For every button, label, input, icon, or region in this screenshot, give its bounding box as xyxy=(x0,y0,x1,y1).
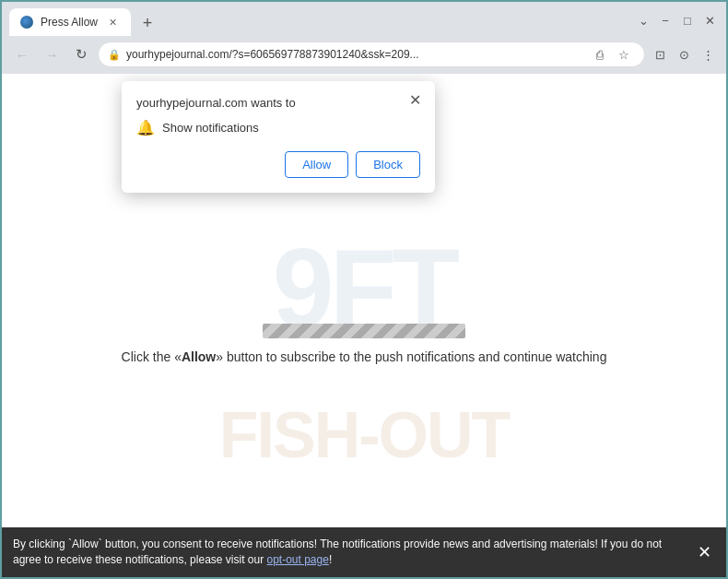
main-text-prefix: Click the « xyxy=(122,349,182,364)
menu-icon[interactable]: ⋮ xyxy=(697,43,719,65)
reload-button[interactable]: ↻ xyxy=(68,41,94,67)
chevron-down-icon[interactable]: ⌄ xyxy=(634,11,652,30)
main-text-bold: Allow xyxy=(182,349,216,364)
consent-close-button[interactable]: ✕ xyxy=(693,541,715,563)
consent-text-prefix: By clicking `Allow` button, you consent … xyxy=(13,538,662,566)
new-tab-button[interactable]: + xyxy=(135,10,160,36)
active-tab[interactable]: Press Allow ✕ xyxy=(9,8,131,36)
block-button[interactable]: Block xyxy=(356,151,420,178)
popup-permission-row: 🔔 Show notifications xyxy=(136,119,420,136)
main-page-text: Click the «Allow» button to subscribe to… xyxy=(2,349,726,364)
tab-favicon xyxy=(20,16,33,29)
page-content: 9FT FISH-OUT Click the «Allow» button to… xyxy=(2,74,726,527)
address-input[interactable]: 🔒 yourhypejournal.com/?s=606569778873901… xyxy=(98,41,645,67)
extensions-icon[interactable]: ⊡ xyxy=(649,43,671,65)
permission-text: Show notifications xyxy=(162,121,259,135)
popup-buttons: Allow Block xyxy=(136,151,420,178)
lock-icon: 🔒 xyxy=(108,49,121,61)
address-actions: ⎙ ☆ xyxy=(589,43,635,65)
forward-button[interactable]: → xyxy=(39,41,65,67)
notification-popup: ✕ yourhypejournal.com wants to 🔔 Show no… xyxy=(122,81,435,193)
back-button[interactable]: ← xyxy=(9,41,35,67)
window-controls: ⌄ − □ ✕ xyxy=(634,11,719,33)
popup-close-button[interactable]: ✕ xyxy=(405,90,424,109)
main-text-suffix: » button to subscribe to the push notifi… xyxy=(216,349,606,364)
opt-out-link[interactable]: opt-out page xyxy=(266,553,328,566)
toolbar-actions: ⊡ ⊙ ⋮ xyxy=(649,43,719,65)
consent-text-suffix: ! xyxy=(329,553,332,566)
tab-area: Press Allow ✕ + xyxy=(9,8,634,36)
maximize-button[interactable]: □ xyxy=(678,11,697,30)
popup-title: yourhypejournal.com wants to xyxy=(136,96,420,110)
minimize-button[interactable]: − xyxy=(656,11,675,30)
close-button[interactable]: ✕ xyxy=(700,11,719,30)
bottom-watermark: FISH-OUT xyxy=(2,398,726,472)
loading-bar xyxy=(263,324,465,338)
bell-icon: 🔔 xyxy=(136,119,155,136)
allow-button[interactable]: Allow xyxy=(285,151,348,178)
bookmark-icon[interactable]: ☆ xyxy=(613,43,635,65)
consent-text: By clicking `Allow` button, you consent … xyxy=(13,537,689,568)
url-text: yourhypejournal.com/?s=60656977887390124… xyxy=(126,48,583,61)
title-bar: Press Allow ✕ + ⌄ − □ ✕ xyxy=(2,2,726,37)
account-icon[interactable]: ⊙ xyxy=(673,43,695,65)
consent-bar: By clicking `Allow` button, you consent … xyxy=(2,527,726,577)
share-icon[interactable]: ⎙ xyxy=(589,43,611,65)
tab-title: Press Allow xyxy=(41,16,98,29)
browser-window: Press Allow ✕ + ⌄ − □ ✕ ← → ↻ 🔒 yourhype… xyxy=(0,0,728,579)
address-bar: ← → ↻ 🔒 yourhypejournal.com/?s=606569778… xyxy=(2,37,726,74)
tab-close-button[interactable]: ✕ xyxy=(105,15,120,30)
